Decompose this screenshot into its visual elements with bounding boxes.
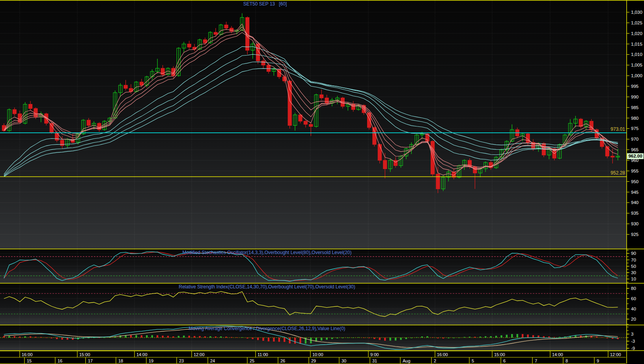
macd-histogram-bar bbox=[294, 338, 296, 344]
candle-down bbox=[29, 104, 32, 109]
candle-down bbox=[320, 95, 323, 98]
macd-histogram-bar bbox=[543, 336, 545, 338]
date-label: 6 bbox=[503, 358, 506, 363]
macd-histogram-bar bbox=[458, 338, 460, 338]
time-label: 16:00 bbox=[22, 352, 33, 357]
candle-down bbox=[224, 25, 228, 28]
candle-down bbox=[436, 174, 440, 189]
macd-histogram-bar bbox=[183, 336, 185, 338]
y-tick-label: 1,010 bbox=[631, 52, 642, 57]
time-label: 15:00 bbox=[79, 352, 90, 357]
macd-histogram-bar bbox=[204, 336, 206, 338]
macd-histogram-bar bbox=[98, 338, 100, 338]
time-axis-rows: 16:0015:0014:0012:0011:0010:009:0016:001… bbox=[0, 351, 626, 364]
time-label: 12:00 bbox=[610, 352, 621, 357]
macd-histogram-bar bbox=[51, 338, 52, 338]
macd-histogram-bar bbox=[236, 337, 237, 338]
y-tick-label: -3 bbox=[631, 339, 635, 344]
candle-down bbox=[261, 61, 265, 65]
y-tick-label: 995 bbox=[631, 84, 638, 89]
macd-histogram-bar bbox=[262, 338, 264, 341]
macd-histogram-bar bbox=[363, 338, 364, 338]
macd-histogram-bar bbox=[130, 335, 132, 338]
macd-histogram-bar bbox=[607, 338, 608, 338]
macd-histogram-bar bbox=[448, 338, 449, 338]
date-label: 5 bbox=[472, 358, 474, 363]
y-tick-label: 60 bbox=[631, 296, 636, 301]
date-label: 8 bbox=[566, 358, 568, 363]
date-label: 23 bbox=[179, 358, 184, 363]
macd-histogram-bar bbox=[522, 334, 523, 338]
last-price-badge: 962.00 bbox=[627, 153, 644, 159]
date-label: 26 bbox=[280, 358, 285, 363]
macd-histogram-bar bbox=[548, 336, 550, 338]
time-label: 11:00 bbox=[258, 352, 268, 357]
candle-down bbox=[611, 156, 614, 157]
candle-down bbox=[383, 160, 387, 169]
macd-histogram-bar bbox=[326, 338, 327, 340]
y-tick-label: 1,020 bbox=[631, 31, 642, 36]
macd-histogram-bar bbox=[400, 338, 401, 340]
y-tick-label: 935 bbox=[631, 211, 638, 215]
resistance-level-label: 973.01 bbox=[610, 126, 625, 132]
macd-histogram-bar bbox=[411, 338, 412, 338]
date-label: 18 bbox=[118, 358, 123, 363]
macd-histogram-bar bbox=[109, 337, 110, 338]
y-tick-label: 1,005 bbox=[631, 63, 642, 67]
macd-histogram-bar bbox=[225, 337, 227, 338]
candle-down bbox=[431, 141, 435, 174]
candle-down bbox=[60, 140, 64, 145]
macd-histogram-bar bbox=[353, 338, 354, 338]
candle-down bbox=[55, 133, 59, 140]
macd-histogram-bar bbox=[189, 336, 190, 338]
candle-down bbox=[288, 81, 291, 126]
macd-histogram-bar bbox=[30, 336, 31, 338]
candle-down bbox=[367, 113, 371, 128]
macd-histogram-bar bbox=[395, 338, 396, 340]
date-label: 30 bbox=[342, 358, 346, 363]
date-label: 25 bbox=[250, 358, 254, 363]
time-label: 15:00 bbox=[494, 352, 505, 357]
y-tick-label: 965 bbox=[631, 147, 638, 152]
macd-histogram-bar bbox=[284, 338, 285, 342]
macd-histogram-bar bbox=[517, 334, 518, 338]
date-label: Aug bbox=[403, 358, 411, 363]
y-tick-label: 940 bbox=[631, 200, 638, 205]
macd-histogram-bar bbox=[56, 338, 58, 339]
y-tick-label: 90 bbox=[631, 251, 636, 256]
macd-histogram-bar bbox=[532, 335, 534, 338]
candle-down bbox=[50, 123, 53, 133]
macd-histogram-bar bbox=[358, 337, 359, 338]
macd-histogram-bar bbox=[299, 338, 301, 344]
y-tick-label: 50 bbox=[631, 264, 636, 269]
y-tick-label: 945 bbox=[631, 190, 638, 195]
macd-histogram-bar bbox=[405, 338, 407, 339]
macd-histogram-bar bbox=[336, 338, 338, 338]
macd-histogram-bar bbox=[14, 336, 15, 338]
date-label: 15 bbox=[27, 358, 32, 363]
macd-histogram-bar bbox=[93, 338, 95, 338]
y-tick-label: 970 bbox=[631, 137, 638, 141]
candle-down bbox=[394, 160, 398, 165]
candle-down bbox=[87, 120, 90, 125]
macd-histogram-bar bbox=[278, 338, 280, 342]
macd-histogram-bar bbox=[342, 338, 343, 338]
y-tick-label: 975 bbox=[631, 126, 638, 131]
candle-down bbox=[309, 124, 313, 126]
y-tick-label: 70 bbox=[631, 258, 636, 262]
macd-histogram-bar bbox=[559, 337, 560, 338]
candle-down bbox=[283, 77, 286, 81]
candle-down bbox=[267, 65, 271, 71]
price-chart-surface[interactable]: 1,0301,0251,0201,0151,0101,0051,00099599… bbox=[0, 0, 644, 364]
macd-histogram-bar bbox=[463, 337, 465, 338]
candle-down bbox=[304, 121, 307, 124]
macd-histogram-bar bbox=[162, 336, 163, 338]
macd-histogram-bar bbox=[146, 335, 147, 338]
y-tick-label: 925 bbox=[631, 232, 638, 237]
time-label: 9:00 bbox=[370, 352, 379, 357]
macd-histogram-bar bbox=[104, 338, 105, 338]
macd-histogram-bar bbox=[35, 337, 36, 338]
macd-histogram-bar bbox=[215, 336, 217, 338]
macd-histogram-bar bbox=[601, 337, 603, 338]
macd-histogram-bar bbox=[453, 338, 455, 338]
